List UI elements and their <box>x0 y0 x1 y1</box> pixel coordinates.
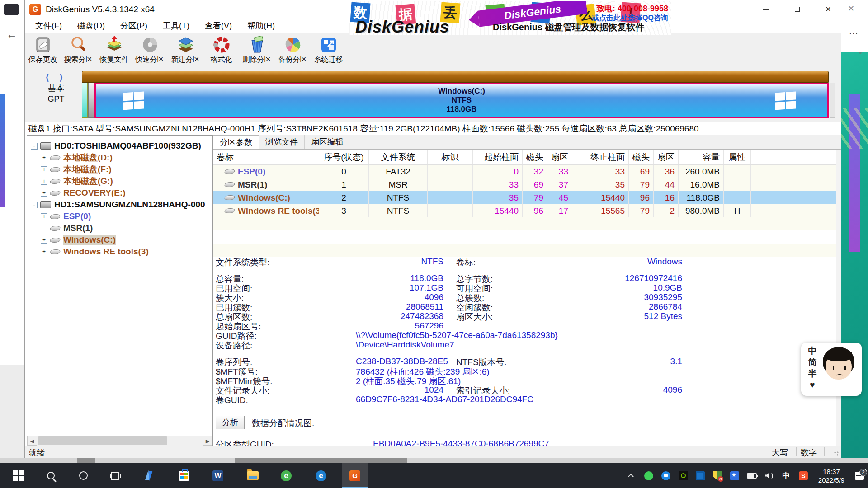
back-arrow-icon[interactable]: ← <box>6 28 17 41</box>
tree-item-MSR(1)[interactable]: MSR(1) <box>27 222 212 234</box>
heart-icon[interactable]: ♥ <box>806 379 819 390</box>
column-header-起始柱面[interactable]: 起始柱面 <box>473 150 523 164</box>
taskbar-word-button[interactable]: W <box>205 463 231 488</box>
tree-item-Windows(C:)[interactable]: +Windows(C:) <box>27 234 212 246</box>
scroll-right-button[interactable]: ▶ <box>203 436 212 446</box>
disk-header-strip[interactable] <box>82 71 829 83</box>
tree-expander[interactable]: - <box>31 143 38 150</box>
more-options-icon[interactable]: ⋯ <box>849 28 859 39</box>
menu-item-帮助(H)[interactable]: 帮助(H) <box>240 19 283 33</box>
column-header-卷标[interactable]: 卷标 <box>213 150 319 164</box>
toolbar-backup-button[interactable]: 备份分区 <box>275 33 311 69</box>
menu-item-文件(F)[interactable]: 文件(F) <box>28 19 70 33</box>
column-header-磁头[interactable]: 磁头 <box>629 150 654 164</box>
column-header-容量[interactable]: 容量 <box>679 150 724 164</box>
tray-snowflake-icon[interactable] <box>726 471 743 480</box>
vertical-scrollbar[interactable] <box>836 150 841 446</box>
column-header-属性[interactable]: 属性 <box>724 150 751 164</box>
tree-expander[interactable]: + <box>41 155 47 161</box>
tab-分区参数[interactable]: 分区参数 <box>213 135 259 149</box>
tray-ime-indicator[interactable]: 中 <box>778 470 795 481</box>
tree-expander[interactable]: + <box>41 249 47 255</box>
toolbar-save-button[interactable]: 保存更改 <box>25 33 61 69</box>
tree-item-ESP(0)[interactable]: +ESP(0) <box>27 211 212 222</box>
tray-battery-icon[interactable] <box>743 473 760 479</box>
ime-mode-简[interactable]: 简 <box>806 357 819 368</box>
taskbar-edge-button[interactable]: e <box>308 463 334 488</box>
tree-expander[interactable]: + <box>41 213 47 220</box>
tree-expander[interactable]: + <box>41 178 47 185</box>
column-header-扇区[interactable]: 扇区 <box>547 150 572 164</box>
tray-dingtalk-icon[interactable] <box>657 471 675 480</box>
taskbar-flash-button[interactable] <box>136 463 162 488</box>
tab-扇区编辑[interactable]: 扇区编辑 <box>305 135 350 149</box>
toolbar-migrate-button[interactable]: 系统迁移 <box>311 33 346 69</box>
tree-item-Windows RE tools(3)[interactable]: +Windows RE tools(3) <box>27 246 212 258</box>
scroll-thumb[interactable] <box>38 436 167 445</box>
disk-nav-arrows[interactable]: ⟨ ⟩ <box>36 72 76 83</box>
column-header-磁头[interactable]: 磁头 <box>523 150 547 164</box>
tree-expander[interactable]: + <box>41 190 47 197</box>
toolbar-delete-button[interactable]: 删除分区 <box>239 33 275 69</box>
taskbar-explorer-button[interactable] <box>240 463 266 488</box>
menu-item-分区(P)[interactable]: 分区(P) <box>113 19 155 33</box>
table-row-Windows RE tools(3)[interactable]: Windows RE tools(3)3NTFS1544096171556579… <box>213 204 836 217</box>
toolbar-new-button[interactable]: 新建分区 <box>168 33 203 69</box>
column-header-序号(状态)[interactable]: 序号(状态) <box>319 150 369 164</box>
taskbar-start-button[interactable] <box>5 463 32 488</box>
disk-bar-scrollbar[interactable] <box>830 83 835 118</box>
tree-item-RECOVERY(E:)[interactable]: +RECOVERY(E:) <box>27 187 212 199</box>
scroll-left-button[interactable]: ◀ <box>27 436 37 446</box>
taskbar-search-button[interactable] <box>38 463 64 488</box>
tray-volume-icon[interactable] <box>760 473 778 479</box>
tray-hidden-icons-chevron[interactable] <box>623 474 640 478</box>
menu-item-工具(T)[interactable]: 工具(T) <box>155 19 197 33</box>
ime-mode-半[interactable]: 半 <box>806 368 819 379</box>
toolbar-quick-button[interactable]: 快速分区 <box>132 33 168 69</box>
tab-浏览文件[interactable]: 浏览文件 <box>259 135 305 149</box>
table-row-ESP(0)[interactable]: ESP(0)0FAT3203233336936260.0MB <box>213 165 836 178</box>
column-header-终止柱面[interactable]: 终止柱面 <box>572 150 629 164</box>
menu-item-查看(V)[interactable]: 查看(V) <box>197 19 240 33</box>
tray-defender-icon[interactable]: ✕ <box>709 471 726 480</box>
taskbar-task-view-button[interactable] <box>102 463 128 488</box>
table-row-MSR(1)[interactable]: MSR(1)1MSR33693735794416.0MB <box>213 178 836 191</box>
partition-block-msr[interactable] <box>88 83 94 118</box>
taskbar-clock[interactable]: 18:372022/5/9 <box>812 467 851 484</box>
menu-item-磁盘(D)[interactable]: 磁盘(D) <box>70 19 113 33</box>
close-button[interactable]: ✕ <box>816 0 841 19</box>
tree-item-本地磁盘(D:)[interactable]: +本地磁盘(D:) <box>27 152 212 164</box>
maximize-button[interactable] <box>784 0 810 19</box>
tray-sogou-icon[interactable]: S <box>795 471 812 480</box>
tree-item-本地磁盘(F:)[interactable]: +本地磁盘(F:) <box>27 164 212 175</box>
ad-banner[interactable]: 数据丢了怎么! DiskGenius 致电: 400-008-9958 或点击此… <box>349 1 671 35</box>
partition-block-windows-c[interactable]: Windows(C:) NTFS 118.0GB <box>94 83 829 118</box>
background-close-icon[interactable]: ✕ <box>848 4 854 14</box>
toolbar-format-button[interactable]: 格式化 <box>203 33 239 69</box>
ime-mode-中[interactable]: 中 <box>806 345 819 357</box>
tray-intel-graphics-icon[interactable] <box>692 471 709 480</box>
tray-nvidia-icon[interactable] <box>675 471 692 480</box>
partition-block-esp[interactable] <box>82 83 88 118</box>
tree-expander[interactable]: - <box>31 202 38 208</box>
chevron-down-icon[interactable]: ⌄ <box>858 48 863 55</box>
toolbar-recover-button[interactable]: 恢复文件 <box>96 33 132 69</box>
taskbar-cortana-button[interactable] <box>70 463 96 488</box>
column-header-文件系统[interactable]: 文件系统 <box>369 150 428 164</box>
tray-wechat-icon[interactable] <box>640 471 657 480</box>
column-header-扇区[interactable]: 扇区 <box>654 150 679 164</box>
tree-item-HD1:SAMSUNGMZNLN128HAHQ-000[interactable]: -HD1:SAMSUNGMZNLN128HAHQ-000 <box>27 199 212 211</box>
table-row-Windows(C:)[interactable]: Windows(C:)2NTFS357945154409616118.0GB <box>213 191 836 204</box>
resize-grip[interactable] <box>833 450 840 457</box>
tree-expander[interactable]: + <box>41 237 47 244</box>
analyze-button[interactable]: 分析 <box>216 416 245 429</box>
tray-notification-center[interactable]: 2 <box>851 472 868 480</box>
tree-item-本地磁盘(G:)[interactable]: +本地磁盘(G:) <box>27 175 212 187</box>
tree-item-HD0:TOSHIBAMQ04ABF100(932GB)[interactable]: -HD0:TOSHIBAMQ04ABF100(932GB) <box>27 140 212 152</box>
tree-expander[interactable]: + <box>41 166 47 173</box>
taskbar-ie-button[interactable]: e <box>273 463 299 488</box>
tree-horizontal-scrollbar[interactable]: ◀ ▶ <box>27 436 212 446</box>
taskbar-store-button[interactable] <box>171 463 197 488</box>
toolbar-search-button[interactable]: 搜索分区 <box>61 33 96 69</box>
minimize-button[interactable] <box>753 0 778 19</box>
